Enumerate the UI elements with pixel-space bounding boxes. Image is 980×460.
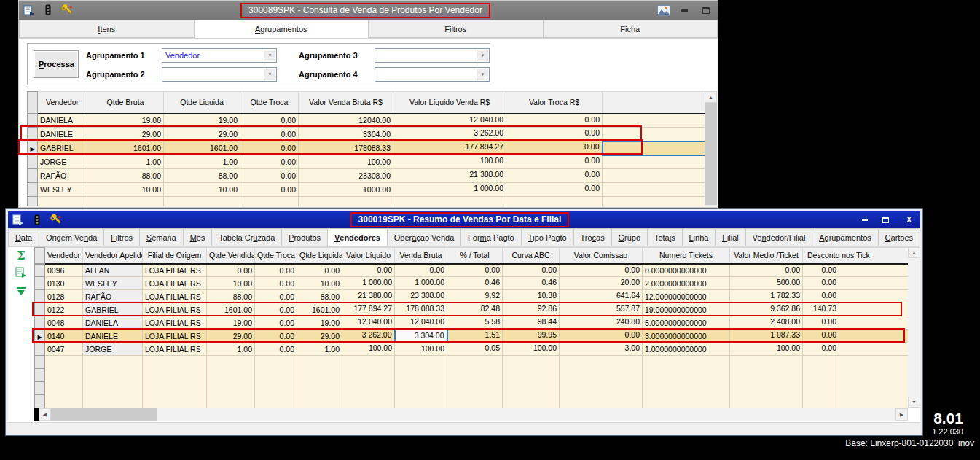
cell-vendedor[interactable]: 0096 (45, 264, 83, 277)
cell-valor-troca-r[interactable]: 0.00 (506, 183, 603, 197)
cell-desconto-nos-tick[interactable]: 0.00 (803, 290, 839, 303)
grid-row-0130[interactable]: 0130WESLEYLOJA FILIAL RS10.000.0010.001 … (35, 277, 909, 290)
cell-valor-medio-ticket[interactable]: 2 408.00 (730, 316, 803, 330)
minimize-button[interactable] (676, 4, 692, 16)
col-header-valor-l-quido-venda-r[interactable]: Valor Líquido Venda R$ (393, 92, 506, 114)
col-header-qtde-troca[interactable]: Qtde Troca (255, 248, 297, 264)
tab-ficha[interactable]: Ficha (544, 20, 718, 38)
scroll-right-arrow-icon[interactable]: ▶ (895, 408, 908, 421)
cell-desconto-nos-tick[interactable]: 0.00 (803, 277, 839, 290)
tab-origem-venda[interactable]: Origem Venda (39, 228, 104, 246)
cell-qtde-liquida[interactable]: 10.00 (164, 183, 240, 197)
cell-blank[interactable] (603, 169, 705, 183)
cell-vendedor[interactable]: GABRIEL (38, 141, 87, 155)
cell-qtde-liquida[interactable]: 29.00 (297, 330, 342, 343)
row-selector[interactable] (35, 343, 45, 356)
cell-numero-tickets[interactable]: 1.0000000000000 (643, 343, 730, 356)
wrench-icon[interactable] (60, 4, 74, 17)
row-selector[interactable] (35, 290, 45, 303)
download-icon[interactable] (16, 286, 26, 299)
cell-valor-l-quido-venda-r[interactable]: 21 388.00 (393, 169, 506, 183)
tab-filial[interactable]: Filial (716, 228, 745, 246)
tab-vendedor-filial[interactable]: Vendedor/Filial (746, 228, 813, 246)
tab-filtros[interactable]: Filtros (369, 20, 544, 38)
cell-qtde-vendida[interactable]: 10.00 (207, 277, 255, 290)
traffic-light-icon[interactable] (42, 4, 55, 17)
cell-valor-l-quido-venda-r[interactable]: 12 040.00 (393, 114, 506, 128)
cell-filial-de-origem[interactable]: LOJA FILIAL RS (143, 330, 207, 343)
cell-qtde-liquida[interactable]: 19.00 (164, 114, 240, 128)
grid-row-0128[interactable]: 0128RAFÃOLOJA FILIAL RS88.000.0088.0021 … (35, 290, 909, 303)
cell-vendedor[interactable]: 0140 (45, 330, 83, 343)
cell-curva-abc[interactable]: 98.44 (503, 316, 560, 330)
cell-blank[interactable] (603, 141, 705, 155)
cell-vendedor[interactable]: 0130 (45, 277, 83, 290)
cell-valor-medio-ticket[interactable]: 0.00 (730, 264, 803, 277)
cell-numero-tickets[interactable]: 12.000000000000 (643, 290, 730, 303)
row-selector[interactable] (28, 155, 38, 169)
cell-valor-l-quido[interactable]: 3 262.00 (342, 330, 395, 343)
row-selector[interactable]: ▶ (35, 330, 45, 343)
cell-vendedor-apelido[interactable]: ALLAN (83, 264, 143, 277)
cell-qtde-vendida[interactable]: 0.00 (207, 264, 255, 277)
cell-valor-venda-bruta-r[interactable]: 100.00 (299, 155, 393, 169)
grid-row-daniela[interactable]: DANIELA19.0019.000.0012040.0012 040.000.… (28, 114, 705, 128)
close-button[interactable]: X (901, 214, 917, 225)
cell-qtde-liquida[interactable]: 29.00 (164, 128, 240, 141)
cell-desconto-nos-tick[interactable]: 140.73 (803, 303, 839, 316)
bottom-grid-hscrollbar[interactable]: ◀ ▶ (34, 408, 908, 421)
grid-row-daniele[interactable]: DANIELE29.0029.000.003304.003 262.000.00 (28, 128, 705, 141)
cell-curva-abc[interactable]: 99.95 (503, 330, 560, 343)
cell-valor-medio-ticket[interactable]: 9 362.86 (730, 303, 803, 316)
cell-qtde-troca[interactable]: 0.00 (240, 141, 299, 155)
cell-valor-l-quido[interactable]: 177 894.27 (342, 303, 395, 316)
col-header-numero-tickets[interactable]: Numero Tickets (643, 248, 730, 264)
cell-qtde-liquida[interactable]: 19.00 (297, 316, 342, 330)
col-header-qtde-liquida[interactable]: Qtde Liquida (297, 248, 342, 264)
tab-opera-o-venda[interactable]: Operação Venda (388, 228, 461, 246)
cell-venda-bruta[interactable]: 178 088.33 (395, 303, 447, 316)
cell-qtde-liquida[interactable]: 1.00 (164, 155, 240, 169)
form-icon[interactable] (23, 4, 36, 17)
cell-qtde-troca[interactable]: 0.00 (240, 183, 299, 197)
cell-valor-l-quido[interactable]: 0.00 (342, 264, 395, 277)
maximize-button[interactable] (878, 214, 893, 225)
cell-qtde-troca[interactable]: 0.00 (255, 264, 297, 277)
tab-trocas[interactable]: Trocas (574, 228, 612, 246)
cell-desconto-nos-tick[interactable]: 0.00 (803, 330, 839, 343)
cell-filial-de-origem[interactable]: LOJA FILIAL RS (143, 277, 207, 290)
row-selector[interactable] (28, 169, 38, 183)
wrench-icon[interactable] (50, 214, 63, 226)
cell-valor-comissao[interactable]: 20.00 (560, 277, 643, 290)
cell-valor-l-quido[interactable]: 21 388.00 (342, 290, 395, 303)
cell-valor-comissao[interactable]: 3.00 (560, 343, 643, 356)
col-header-valor-l-quido[interactable]: Valor Líquido (342, 248, 395, 264)
cell-vendedor[interactable]: 0122 (45, 303, 83, 316)
cell-venda-bruta[interactable]: 3 304.00 (395, 330, 447, 343)
form-icon[interactable] (12, 214, 25, 226)
row-selector[interactable] (28, 114, 38, 128)
grid-row-0048[interactable]: 0048DANIELALOJA FILIAL RS19.000.0019.001… (35, 316, 909, 330)
cell-valor-l-quido[interactable]: 12 040.00 (342, 316, 395, 330)
cell-vendedor-apelido[interactable]: WESLEY (83, 277, 143, 290)
grid-row-0140[interactable]: ▶0140DANIELELOJA FILIAL RS29.000.0029.00… (35, 330, 909, 343)
cell-qtde-troca[interactable]: 0.00 (240, 155, 299, 169)
cell-filial-de-origem[interactable]: LOJA FILIAL RS (143, 264, 207, 277)
scroll-thumb[interactable] (705, 103, 717, 205)
cell-vendedor-apelido[interactable]: GABRIEL (83, 303, 143, 316)
tab-forma-pagto[interactable]: Forma Pagto (461, 228, 521, 246)
cell-vendedor-apelido[interactable]: DANIELE (83, 330, 143, 343)
col-header-valor-comissao[interactable]: Valor Comissao (560, 248, 643, 264)
cell-qtde-bruta[interactable]: 88.00 (87, 169, 164, 183)
cell-qtde-troca[interactable]: 0.00 (240, 169, 299, 183)
cell-valor-medio-ticket[interactable]: 1 782.33 (730, 290, 803, 303)
row-selector[interactable] (28, 128, 38, 141)
cell-vendedor[interactable]: RAFÃO (38, 169, 87, 183)
cell-qtde-liquida[interactable]: 88.00 (164, 169, 240, 183)
scroll-down-arrow-icon[interactable]: ▼ (908, 397, 920, 408)
row-selector[interactable]: ▶ (28, 141, 38, 155)
cell-total[interactable]: 1.51 (447, 330, 503, 343)
cell-qtde-liquida[interactable]: 1601.00 (164, 141, 240, 155)
cell-desconto-nos-tick[interactable]: 0.00 (803, 264, 839, 277)
tab-tipo-pagto[interactable]: Tipo Pagto (522, 228, 574, 246)
